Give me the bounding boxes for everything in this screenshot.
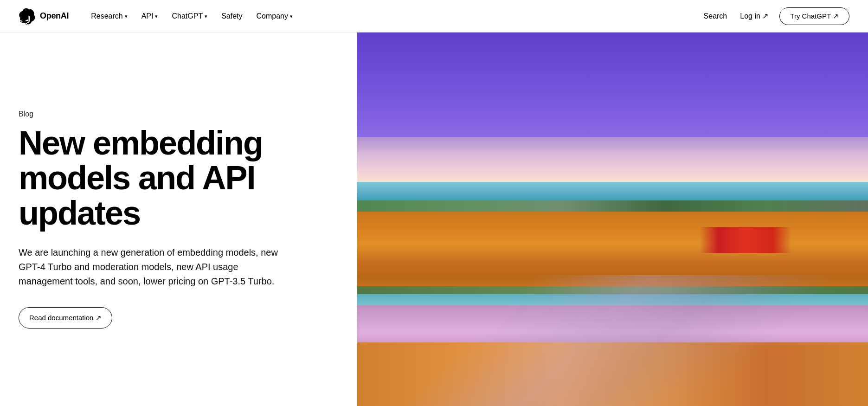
- painting-blur-overlay: [357, 32, 868, 406]
- nav-research-label: Research: [91, 12, 122, 20]
- nav-item-research[interactable]: Research ▾: [85, 8, 133, 24]
- nav-right: Search Log in ↗ Try ChatGPT ↗: [702, 7, 849, 25]
- hero-image-container: [357, 32, 868, 406]
- nav-api-label: API: [141, 12, 154, 20]
- nav-item-company[interactable]: Company ▾: [251, 8, 298, 24]
- nav-company-label: Company: [257, 12, 288, 20]
- try-chatgpt-button[interactable]: Try ChatGPT ↗: [779, 7, 849, 25]
- nav-research-chevron: ▾: [125, 13, 128, 19]
- search-button[interactable]: Search: [702, 8, 729, 24]
- logo[interactable]: OpenAI: [19, 8, 69, 25]
- read-documentation-button[interactable]: Read documentation ↗: [19, 307, 112, 329]
- nav-api-chevron: ▾: [155, 13, 158, 19]
- content-left: Blog New embedding models and API update…: [19, 32, 357, 406]
- nav-company-chevron: ▾: [290, 13, 293, 19]
- nav-item-safety[interactable]: Safety: [216, 8, 248, 24]
- blog-label: Blog: [19, 110, 320, 118]
- nav-chatgpt-chevron: ▾: [205, 13, 207, 19]
- main-title: New embedding models and API updates: [19, 126, 320, 231]
- nav-safety-label: Safety: [221, 12, 242, 20]
- nav-chatgpt-label: ChatGPT: [172, 12, 203, 20]
- main-description: We are launching a new generation of emb…: [19, 245, 288, 289]
- nav-left: OpenAI Research ▾ API ▾ ChatGPT ▾ Safety…: [19, 8, 298, 25]
- login-button[interactable]: Log in ↗: [738, 8, 770, 24]
- hero-painting: [357, 32, 868, 406]
- main-content: Blog New embedding models and API update…: [0, 32, 868, 406]
- nav-item-api[interactable]: API ▾: [136, 8, 164, 24]
- logo-text: OpenAI: [40, 11, 69, 21]
- site-header: OpenAI Research ▾ API ▾ ChatGPT ▾ Safety…: [0, 0, 868, 32]
- nav-item-chatgpt[interactable]: ChatGPT ▾: [166, 8, 213, 24]
- nav-links: Research ▾ API ▾ ChatGPT ▾ Safety Compan…: [85, 8, 298, 24]
- openai-logo-icon: [19, 8, 35, 25]
